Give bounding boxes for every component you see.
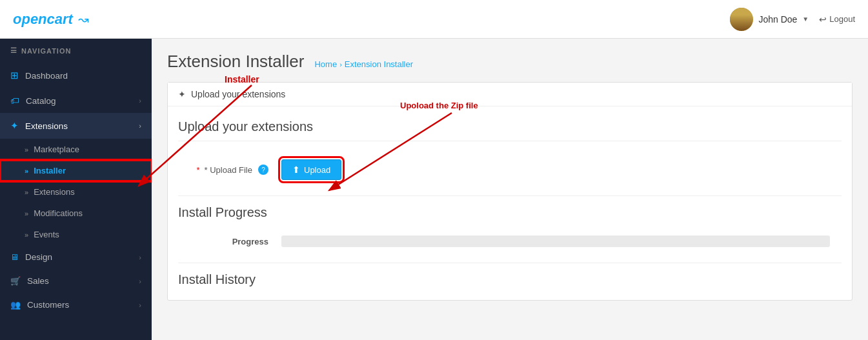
- sidebar-item-label: Design: [25, 252, 52, 262]
- nav-header: ☰ NAVIGATION: [0, 39, 152, 63]
- logo-text: opencart: [13, 11, 73, 28]
- card-header: ✦ Upload your extensions: [168, 83, 852, 106]
- sales-icon: 🛒: [10, 276, 21, 286]
- sidebar-item-label: Customers: [27, 300, 69, 310]
- sidebar-item-extensions[interactable]: ✦ Extensions ›: [0, 113, 152, 139]
- logo-icon: ↝: [78, 12, 89, 27]
- avatar: [730, 8, 753, 31]
- user-dropdown-arrow[interactable]: ▼: [802, 15, 809, 23]
- content-area: Extension Installer Home › Extension Ins…: [152, 39, 868, 340]
- logout-label: Logout: [829, 14, 855, 24]
- sub-arrow-icon: »: [25, 146, 28, 154]
- sidebar-item-label: Extensions: [25, 121, 68, 131]
- extensions-icon: ✦: [10, 120, 19, 132]
- breadcrumb: Home › Extension Installer: [314, 59, 413, 69]
- sidebar-subitem-label: Modifications: [34, 208, 83, 218]
- card-body: Upload your extensions * * Upload File ?…: [168, 106, 852, 300]
- user-menu[interactable]: John Doe ▼: [730, 8, 809, 31]
- progress-row: Progress: [178, 229, 842, 254]
- chevron-right-icon: ›: [139, 254, 141, 261]
- sidebar-subitem-label: Events: [34, 230, 59, 239]
- history-section-title: Install History: [178, 272, 842, 287]
- upload-card: ✦ Upload your extensions Upload your ext…: [167, 82, 853, 301]
- sidebar-subitem-label: Installer: [34, 166, 66, 175]
- sidebar-subitem-events[interactable]: » Events: [0, 224, 152, 245]
- puzzle-icon: ✦: [178, 89, 186, 99]
- logo: opencart ↝: [13, 11, 89, 28]
- sub-arrow-icon: »: [25, 231, 28, 239]
- sub-arrow-icon: »: [25, 188, 28, 196]
- page-title: Extension Installer: [167, 52, 304, 72]
- sub-arrow-installer-icon: »: [25, 167, 28, 175]
- breadcrumb-current: Extension Installer: [345, 59, 413, 69]
- sidebar-subitem-marketplace[interactable]: » Marketplace: [0, 139, 152, 160]
- page-header: Extension Installer Home › Extension Ins…: [167, 52, 853, 72]
- sidebar-subitem-modifications[interactable]: » Modifications: [0, 203, 152, 224]
- sidebar-subitem-label: Extensions: [34, 187, 75, 197]
- sidebar-item-dashboard[interactable]: ⊞ Dashboard: [0, 63, 152, 88]
- progress-label: Progress: [178, 237, 281, 246]
- upload-icon: ⬆: [292, 165, 300, 175]
- logout-icon: ↩: [819, 14, 827, 25]
- chevron-right-icon: ›: [139, 97, 141, 105]
- upload-button-label: Upload: [304, 165, 330, 175]
- design-icon: 🖥: [10, 252, 19, 262]
- upload-file-label: * * Upload File ?: [178, 165, 281, 175]
- sidebar-item-label: Dashboard: [25, 71, 68, 81]
- card-header-label: Upload your extensions: [191, 89, 285, 99]
- sidebar: ☰ NAVIGATION ⊞ Dashboard 🏷 Catalog ›: [0, 39, 152, 340]
- breadcrumb-separator: ›: [339, 61, 342, 68]
- sidebar-subitem-installer[interactable]: » Installer: [0, 160, 152, 181]
- sidebar-item-label: Sales: [27, 276, 49, 286]
- username: John Doe: [758, 14, 797, 25]
- required-star: *: [197, 165, 200, 175]
- sidebar-subitem-extensions-sub[interactable]: » Extensions: [0, 181, 152, 203]
- progress-section-title: Install Progress: [178, 205, 842, 220]
- header-right: John Doe ▼ ↩ Logout: [730, 8, 855, 31]
- upload-button[interactable]: ⬆ Upload: [281, 159, 341, 180]
- chevron-right-icon: ›: [139, 301, 141, 309]
- sub-arrow-icon: »: [25, 210, 28, 217]
- sidebar-item-catalog[interactable]: 🏷 Catalog ›: [0, 88, 152, 113]
- sidebar-item-label: Catalog: [26, 96, 56, 106]
- sidebar-subitem-label: Marketplace: [34, 145, 79, 154]
- upload-form-row: * * Upload File ? ⬆ Upload: [178, 153, 842, 186]
- customers-icon: 👥: [10, 300, 21, 310]
- section-divider-2: [178, 263, 842, 263]
- section-divider: [178, 195, 842, 196]
- chevron-down-icon: ›: [139, 122, 141, 130]
- sidebar-item-design[interactable]: 🖥 Design ›: [0, 245, 152, 269]
- upload-section-title: Upload your extensions: [178, 119, 842, 141]
- dashboard-icon: ⊞: [10, 70, 19, 81]
- sidebar-item-customers[interactable]: 👥 Customers ›: [0, 293, 152, 317]
- breadcrumb-home[interactable]: Home: [314, 59, 337, 69]
- help-icon[interactable]: ?: [258, 165, 268, 175]
- catalog-icon: 🏷: [10, 95, 19, 106]
- progress-bar-container: [281, 235, 830, 247]
- sidebar-item-sales[interactable]: 🛒 Sales ›: [0, 269, 152, 293]
- logout-button[interactable]: ↩ Logout: [819, 14, 855, 25]
- chevron-right-icon: ›: [139, 277, 141, 285]
